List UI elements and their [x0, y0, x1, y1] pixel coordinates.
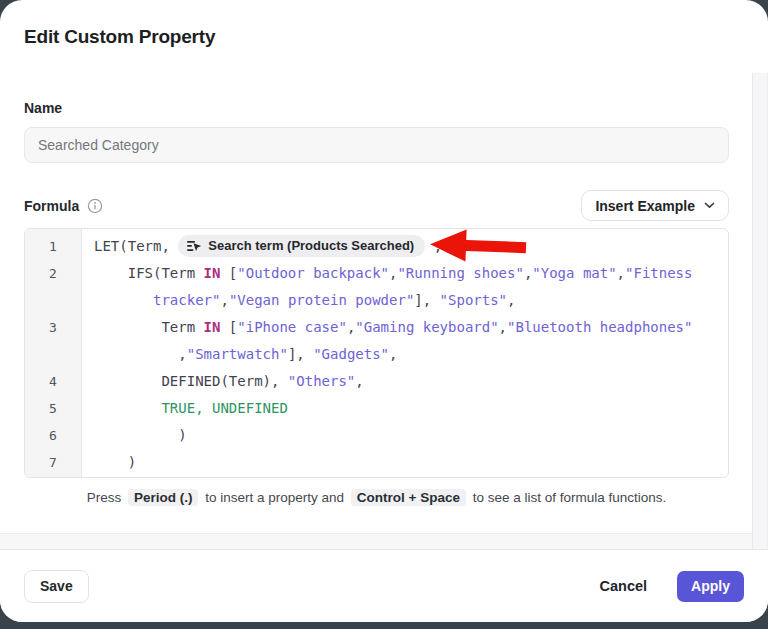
save-button[interactable]: Save	[24, 570, 89, 603]
hint-mid: to insert a property and	[205, 490, 344, 505]
code-row: Term IN ["iPhone case","Gaming keyboard"…	[94, 314, 728, 341]
name-label: Name	[24, 100, 62, 116]
info-icon[interactable]	[87, 198, 103, 214]
modal-footer: Save Cancel Apply	[0, 549, 768, 622]
property-chip[interactable]: Search term (Products Searched)	[178, 235, 425, 257]
code-row: DEFINED(Term), "Others",	[94, 368, 728, 395]
code-row: tracker","Vegan protein powder"], "Sport…	[94, 287, 728, 314]
name-input[interactable]	[24, 127, 729, 163]
chevron-down-icon	[704, 202, 715, 209]
code-row: ,"Smartwatch"], "Gadgets",	[94, 341, 728, 368]
hint-post: to see a list of formula functions.	[473, 490, 667, 505]
formula-editor[interactable]: 1234567 LET(Term, Search term (Products …	[24, 228, 729, 478]
line-number: 4	[25, 368, 81, 395]
editor-code[interactable]: LET(Term, Search term (Products Searched…	[82, 229, 728, 477]
property-chip-icon	[187, 240, 202, 252]
line-number: 7	[25, 449, 81, 476]
line-number	[25, 287, 81, 314]
formula-row: Formula Insert Example	[24, 190, 729, 221]
line-number: 1	[25, 233, 81, 260]
vertical-scrollbar[interactable]	[752, 73, 768, 549]
formula-label: Formula	[24, 198, 79, 214]
insert-example-button[interactable]: Insert Example	[581, 190, 729, 221]
line-number: 5	[25, 395, 81, 422]
insert-example-label: Insert Example	[595, 198, 695, 214]
code-row: LET(Term, Search term (Products Searched…	[94, 233, 728, 260]
code-row: IFS(Term IN ["Outdoor backpack","Running…	[94, 260, 728, 287]
hint-text: Press Period (.) to insert a property an…	[24, 490, 729, 505]
property-chip-label: Search term (Products Searched)	[208, 237, 414, 255]
editor-gutter: 1234567	[25, 229, 82, 477]
cancel-button[interactable]: Cancel	[594, 577, 654, 595]
line-number: 3	[25, 314, 81, 341]
code-row: )	[94, 422, 728, 449]
hint-pre: Press	[87, 490, 122, 505]
line-number: 6	[25, 422, 81, 449]
content-bottom-strip	[0, 533, 768, 550]
code-row: TRUE, UNDEFINED	[94, 395, 728, 422]
line-number	[25, 341, 81, 368]
line-number: 2	[25, 260, 81, 287]
modal-title: Edit Custom Property	[24, 26, 215, 48]
code-row: )	[94, 449, 728, 476]
kbd-period: Period (.)	[128, 489, 199, 506]
apply-button[interactable]: Apply	[677, 571, 744, 602]
edit-custom-property-modal: Edit Custom Property Name Formula Insert…	[0, 0, 768, 622]
kbd-control-space: Control + Space	[351, 489, 466, 506]
